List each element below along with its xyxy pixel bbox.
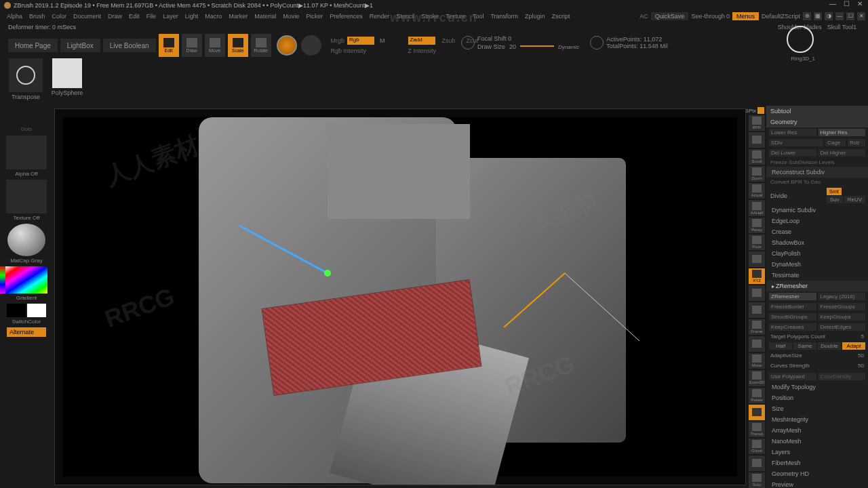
color-picker[interactable] bbox=[5, 266, 47, 293]
freeze-border-button[interactable]: FreezeBorder bbox=[769, 303, 816, 310]
live-boolean-button[interactable]: Live Boolean bbox=[103, 39, 156, 52]
draw-mode-button[interactable]: Draw bbox=[182, 34, 202, 57]
menu-transform[interactable]: Transform bbox=[490, 13, 518, 20]
arraymesh-item[interactable]: ArrayMesh bbox=[766, 425, 868, 436]
size-item[interactable]: Size bbox=[766, 403, 868, 414]
right-icon-rotate[interactable]: Rotate bbox=[749, 388, 765, 403]
keep-groups-button[interactable]: KeepGroups bbox=[818, 313, 866, 321]
menu-zscript[interactable]: Zscript bbox=[552, 13, 570, 20]
right-icon-transp[interactable]: Transp bbox=[749, 422, 765, 437]
menus-button[interactable]: Menus bbox=[732, 12, 759, 20]
right-icon-ghost[interactable]: Ghost bbox=[749, 439, 765, 454]
tab-skull[interactable]: Skull Tool1 bbox=[827, 22, 856, 33]
zsub-label[interactable]: Zsub bbox=[442, 37, 456, 44]
position-item[interactable]: Position bbox=[766, 392, 868, 403]
menu-layer[interactable]: Layer bbox=[163, 13, 178, 20]
right-icon-actual[interactable]: Actual bbox=[749, 183, 765, 199]
alternate-button[interactable]: Alternate bbox=[7, 327, 46, 337]
del-lower-button[interactable]: Del Lower bbox=[769, 149, 816, 157]
zremesher-item[interactable]: ZRemesher bbox=[766, 281, 868, 291]
modify-topology-item[interactable]: Modify Topology bbox=[766, 382, 868, 392]
menu-macro[interactable]: Macro bbox=[205, 13, 222, 20]
geometry-header[interactable]: Geometry bbox=[766, 117, 868, 127]
menu-material[interactable]: Material bbox=[254, 13, 276, 20]
see-through-label[interactable]: See-through0 bbox=[691, 13, 730, 20]
fibermesh-item[interactable]: FiberMesh bbox=[766, 458, 868, 468]
tessimate-item[interactable]: Tessimate bbox=[766, 270, 868, 281]
layers-item[interactable]: Layers bbox=[766, 447, 868, 458]
menu-marker[interactable]: Marker bbox=[229, 13, 248, 20]
menu-movie[interactable]: Movie bbox=[283, 13, 299, 20]
right-icon-blank-20[interactable] bbox=[749, 455, 765, 471]
menu-draw[interactable]: Draw bbox=[108, 13, 122, 20]
right-icon-blank-11[interactable] bbox=[749, 302, 765, 318]
freeze-subdiv-button[interactable]: Freeze SubDivision Levels bbox=[766, 158, 868, 167]
topbar-icon-3[interactable]: ◑ bbox=[825, 12, 833, 20]
topbar-icon-1[interactable]: ⊕ bbox=[803, 12, 811, 20]
menu-file[interactable]: File bbox=[146, 13, 157, 20]
scale-mode-button[interactable]: Scale bbox=[228, 34, 248, 57]
smooth-groups-button[interactable]: SmoothGroups bbox=[769, 313, 816, 321]
gradient-label[interactable]: Gradient bbox=[16, 295, 37, 301]
mesh-integrity-item[interactable]: MeshIntegrity bbox=[766, 414, 868, 425]
color-density-button[interactable]: ColorDensity bbox=[818, 373, 866, 380]
right-icon-move[interactable]: Move bbox=[749, 353, 765, 369]
transpose-tool[interactable]: Transpose bbox=[5, 58, 46, 100]
draw-size-slider[interactable] bbox=[520, 45, 554, 47]
right-icon-blank-17[interactable] bbox=[749, 405, 765, 420]
nanomesh-item[interactable]: NanoMesh bbox=[766, 436, 868, 447]
divide-button[interactable]: Divide bbox=[769, 192, 824, 199]
right-icon-zoom3d[interactable]: Zoom3D bbox=[749, 370, 765, 386]
shadowbox-item[interactable]: ShadowBox bbox=[766, 237, 868, 248]
ac-label[interactable]: AC bbox=[639, 13, 648, 20]
menu-alpha[interactable]: Alpha bbox=[7, 13, 22, 20]
suv-toggle[interactable]: Suv bbox=[827, 196, 843, 203]
quicksave-button[interactable]: QuickSave bbox=[651, 12, 689, 20]
right-icon-frame[interactable]: Frame bbox=[749, 319, 765, 335]
right-icon-blank-10[interactable] bbox=[749, 285, 765, 301]
mrgb-label[interactable]: Mrgb bbox=[331, 37, 345, 44]
right-icon-blank-8[interactable] bbox=[749, 251, 765, 267]
rotate-mode-button[interactable]: Rotate bbox=[251, 34, 271, 57]
rgb-intensity-label[interactable]: Rgb Intensity bbox=[331, 47, 367, 54]
zadd-toggle[interactable]: Zadd bbox=[408, 37, 435, 45]
right-icon-solo[interactable]: Solo bbox=[749, 472, 765, 488]
menu-brush[interactable]: Brush bbox=[29, 13, 45, 20]
right-icon-blank-1[interactable] bbox=[749, 132, 765, 148]
right-icon-scroll[interactable]: Scroll bbox=[749, 149, 765, 165]
geometry-hd-item[interactable]: Geometry HD bbox=[766, 468, 868, 479]
texture-slot[interactable] bbox=[6, 180, 47, 214]
ring-preview-icon[interactable] bbox=[787, 26, 814, 53]
lightbox-button[interactable]: LightBox bbox=[60, 39, 100, 52]
menu-render[interactable]: Render bbox=[370, 13, 390, 20]
swatch-black[interactable] bbox=[7, 304, 26, 317]
double-button[interactable]: Double bbox=[818, 342, 841, 350]
smt-toggle[interactable]: Smt bbox=[827, 188, 842, 195]
menu-document[interactable]: Document bbox=[73, 13, 101, 20]
minimize-icon[interactable]: — bbox=[829, 0, 837, 8]
z-intensity-label[interactable]: Z Intensity bbox=[408, 47, 437, 54]
dots-tool[interactable]: Dots bbox=[9, 107, 43, 134]
half-button[interactable]: Half bbox=[769, 342, 792, 350]
right-icon-zoom[interactable]: Zoom bbox=[749, 166, 765, 182]
rstr-button[interactable]: Rstr bbox=[848, 139, 865, 146]
zremesher-button[interactable]: ZRemesher bbox=[769, 293, 816, 300]
target-poly-label[interactable]: Target Polygons Count bbox=[770, 333, 825, 340]
rgb-toggle[interactable]: Rgb bbox=[347, 37, 374, 45]
polysphere-tool[interactable]: PolySphere bbox=[50, 58, 84, 96]
same-button[interactable]: Same bbox=[793, 342, 816, 350]
sphere-icon[interactable] bbox=[301, 35, 321, 56]
preview-item[interactable]: Preview bbox=[766, 479, 868, 488]
menu-preferences[interactable]: Preferences bbox=[330, 13, 363, 20]
menu-light[interactable]: Light bbox=[185, 13, 199, 20]
crease-item[interactable]: Crease bbox=[766, 226, 868, 237]
swatch-white[interactable] bbox=[27, 304, 46, 317]
sdiv-button[interactable]: SDiv bbox=[769, 139, 823, 146]
edit-mode-button[interactable]: Edit bbox=[159, 34, 179, 57]
topbar-icon-2[interactable]: ▦ bbox=[814, 12, 822, 20]
m-label[interactable]: M bbox=[380, 37, 385, 44]
curves-strength-label[interactable]: Curves Strength bbox=[770, 363, 810, 369]
right-icon-floor[interactable]: Floor bbox=[749, 235, 765, 250]
draw-size-label[interactable]: Draw Size bbox=[477, 43, 505, 50]
reconstruct-button[interactable]: Reconstruct Subdiv bbox=[766, 167, 868, 178]
